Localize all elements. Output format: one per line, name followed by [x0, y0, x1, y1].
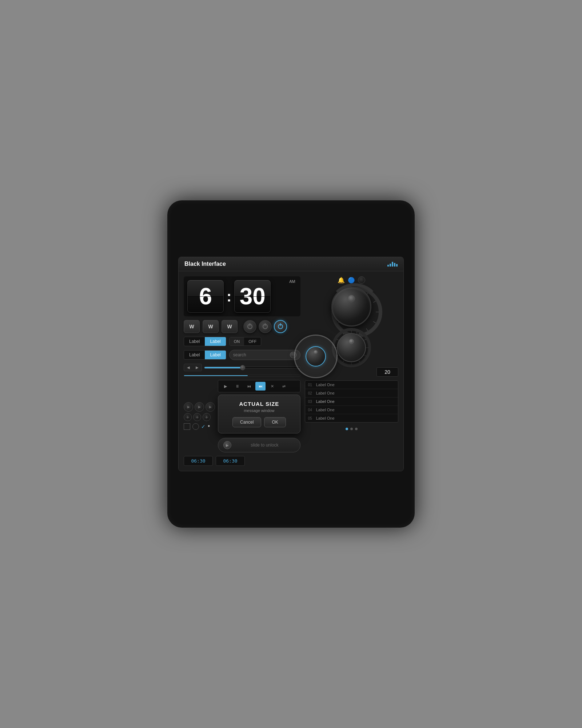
svg-line-19: [359, 360, 360, 363]
time-display-1: 06:30: [184, 456, 213, 466]
bar-5: [396, 264, 398, 267]
progress-fill: [184, 375, 248, 376]
big-knob[interactable]: [331, 287, 371, 327]
signal-bars: [387, 262, 398, 267]
nav-right[interactable]: ▶: [193, 364, 202, 371]
toggle-row-2: Label Label: [184, 350, 300, 360]
list-num-3: 03: [308, 400, 314, 404]
time-display-2: 06:30: [216, 456, 245, 466]
on-off-control[interactable]: ON OFF: [229, 337, 262, 346]
dot-icon[interactable]: •: [208, 423, 210, 430]
modal-subtitle: message window: [224, 408, 294, 413]
slider-track[interactable]: [204, 367, 300, 369]
nav-arrows: ◀ ▶: [184, 364, 202, 371]
left-transport: ▶ ▶ ▶ + + + ✓ •: [184, 402, 215, 430]
right-column: 🔔 🔵: [305, 276, 398, 466]
main-content: AM 6 : 30 W W W: [179, 271, 403, 471]
power-buttons-group: [243, 320, 287, 333]
pb-stop[interactable]: ✕: [267, 382, 277, 391]
seg-btn-2a[interactable]: Label: [184, 351, 205, 359]
modal-buttons: Cancel OK: [224, 417, 294, 427]
pb-next[interactable]: ⏭: [255, 382, 266, 391]
right-transport: ▶ ⏸ ⏮ ⏭ ✕ ⇌ ACTUAL SIZE message window: [218, 380, 300, 452]
list-label-1: Label One: [316, 383, 335, 387]
search-input[interactable]: [233, 352, 288, 357]
magnifier-knob-dot: [314, 350, 318, 354]
list-item-4[interactable]: 04 Label One: [305, 406, 398, 414]
clock-hour: 6: [187, 280, 224, 313]
app-title: Black Interface: [184, 261, 226, 267]
pb-pause[interactable]: ⏸: [232, 382, 242, 391]
pb-shuffle[interactable]: ⇌: [279, 382, 289, 391]
list-item-3[interactable]: 03 Label One: [305, 397, 398, 406]
power-icon-1: [247, 324, 252, 329]
plus-btn-3[interactable]: +: [203, 413, 211, 421]
list-item-1[interactable]: 01 Label One: [305, 381, 398, 389]
search-field[interactable]: [229, 350, 300, 360]
list-label-4: Label One: [316, 408, 335, 412]
page-dot-2[interactable]: [350, 428, 353, 430]
circle-buttons-row2: + + +: [184, 413, 215, 421]
plus-btn-2[interactable]: +: [193, 413, 201, 421]
magnifier: [294, 335, 338, 378]
shape-buttons: ✓ •: [184, 423, 215, 430]
list-area: 01 Label One 02 Label One 03 Label One 0…: [305, 380, 398, 423]
number-input[interactable]: 20: [376, 367, 398, 377]
list-num-4: 04: [308, 408, 314, 412]
clock-separator: :: [227, 288, 231, 305]
playback-buttons: ▶ ⏸ ⏮ ⏭ ✕ ⇌: [218, 380, 300, 392]
page-dot-3[interactable]: [355, 428, 358, 430]
progress-bar: [184, 375, 300, 376]
w-button-3[interactable]: W: [222, 320, 238, 333]
circ-btn-play1[interactable]: ▶: [184, 402, 193, 412]
big-knob-wrapper: [331, 287, 371, 327]
seg-btn-1a[interactable]: Label: [184, 337, 205, 346]
medium-knob[interactable]: [337, 333, 366, 362]
power-button-1[interactable]: [243, 320, 256, 333]
circ-btn-play2[interactable]: ▶: [195, 402, 204, 412]
bell-icon-inactive: 🔔: [338, 277, 345, 284]
page-dot-1[interactable]: [346, 428, 348, 430]
pb-prev[interactable]: ⏮: [244, 382, 254, 391]
tablet-device: Black Interface AM 6 : 30: [167, 200, 415, 528]
w-button-2[interactable]: W: [203, 320, 219, 333]
bar-2: [390, 264, 391, 267]
pb-play[interactable]: ▶: [220, 382, 231, 391]
nav-left[interactable]: ◀: [184, 364, 193, 371]
seg-btn-1b[interactable]: Label: [205, 337, 226, 346]
seg-control-2[interactable]: Label Label: [184, 350, 226, 360]
list-label-5: Label One: [316, 416, 335, 420]
modal-box: ACTUAL SIZE message window Cancel OK: [218, 395, 300, 433]
tablet-screen: Black Interface AM 6 : 30: [178, 257, 404, 471]
on-button[interactable]: ON: [230, 337, 244, 345]
square-btn[interactable]: [184, 423, 190, 430]
plus-btn-1[interactable]: +: [184, 413, 192, 421]
svg-line-18: [364, 355, 366, 356]
off-button[interactable]: OFF: [244, 337, 261, 345]
list-label-2: Label One: [316, 391, 335, 395]
slide-unlock[interactable]: ▶ slide to unlock: [218, 438, 300, 452]
slide-text: slide to unlock: [234, 443, 295, 448]
list-item-2[interactable]: 02 Label One: [305, 389, 398, 397]
list-label-3: Label One: [316, 399, 335, 404]
circ-btn-play3[interactable]: ▶: [206, 402, 215, 412]
modal-title: ACTUAL SIZE: [224, 401, 294, 407]
bar-1: [387, 265, 389, 267]
modal-cancel-button[interactable]: Cancel: [232, 417, 261, 427]
circle-toggle[interactable]: [358, 276, 365, 284]
list-item-5[interactable]: 05 Label One: [305, 414, 398, 422]
modal-ok-button[interactable]: OK: [264, 417, 286, 427]
power-button-2[interactable]: [259, 320, 272, 333]
slider-thumb[interactable]: [240, 365, 245, 370]
slide-arrow-icon[interactable]: ▶: [223, 441, 231, 449]
clock-minute: 30: [234, 280, 271, 313]
bar-4: [394, 263, 395, 267]
seg-btn-2b[interactable]: Label: [205, 351, 226, 359]
circle-btn[interactable]: [192, 423, 199, 430]
w-button-1[interactable]: W: [184, 320, 200, 333]
check-icon[interactable]: ✓: [201, 424, 206, 429]
bell-icon-active: 🔵: [348, 277, 355, 284]
power-button-3[interactable]: [274, 320, 287, 333]
big-knob-area: 🔔 🔵: [305, 276, 398, 327]
seg-control-1[interactable]: Label Label: [184, 337, 226, 346]
